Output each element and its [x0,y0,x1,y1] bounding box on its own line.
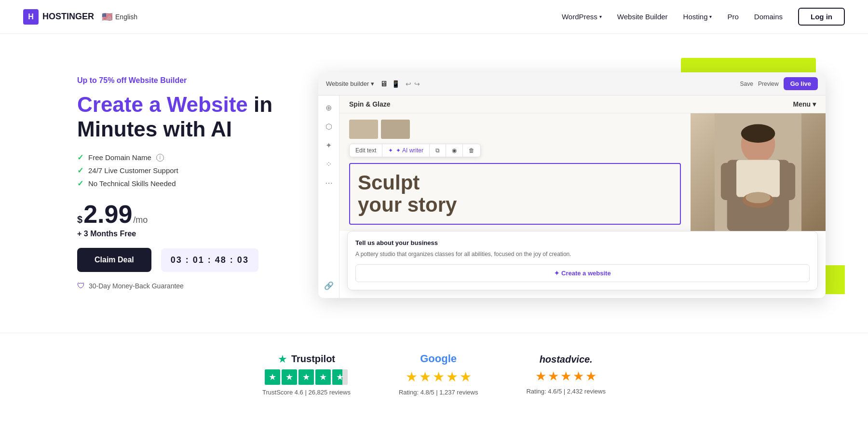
desktop-icon[interactable]: 🖥 [380,80,388,88]
browser-body: ⊕ ⬡ ✦ ⁘ ⋯ 🔗 Spin & Glaze Menu ▾ [318,95,826,298]
nav-link-domains[interactable]: Domains [754,13,783,21]
create-website-button[interactable]: ✦ Create a website [355,264,810,282]
thumb-2 [381,120,410,139]
more-icon[interactable]: ⋯ [325,178,333,188]
hero-right: Website builder ▾ 🖥 📱 ↩ ↪ Save Preview G… [318,58,845,309]
delete-icon[interactable]: 🗑 [463,144,480,157]
device-icons: 🖥 📱 [380,80,400,88]
browser-mockup: Website builder ▾ 🖥 📱 ↩ ↪ Save Preview G… [318,72,826,298]
trustpilot-logo: Trustpilot [291,353,335,365]
google-stars: ★ ★ ★ ★ ★ [406,369,472,385]
save-button[interactable]: Save [740,81,753,87]
website-hero: Edit text ✦ ✦ AI writer ⧉ ◉ 🗑 Sculptyour… [339,113,826,231]
sculpt-text-box[interactable]: Sculptyour story [349,163,681,225]
text-edit-toolbar: Edit text ✦ ✦ AI writer ⧉ ◉ 🗑 [349,144,481,157]
thumb-1 [349,120,378,139]
navbar: H HOSTINGER 🇺🇸 English WordPress ▾ Websi… [0,0,868,34]
ai-dialog-title: Tell us about your business [355,239,810,246]
ha-star-5: ★ [585,369,597,384]
ai-dialog: Tell us about your business A pottery st… [347,231,818,290]
sculpt-text: Sculptyour story [358,172,672,216]
trustpilot-star-icon: ★ [278,353,287,366]
ha-star-3: ★ [560,369,571,384]
reviews-section: ★ Trustpilot ★ ★ ★ ★ ★ TrustScore 4.6 | … [0,333,868,415]
price-section: $ 2.99 /mo + 3 Months Free [77,202,280,238]
grid-icon[interactable]: ⁘ [326,160,332,169]
ai-writer-tab[interactable]: ✦ ✦ AI writer [382,144,430,157]
browser-toolbar: Website builder ▾ 🖥 📱 ↩ ↪ Save Preview G… [318,72,826,95]
nav-link-wordpress[interactable]: WordPress ▾ [562,13,602,21]
ha-star-2: ★ [548,369,559,384]
ai-dialog-text: A pottery studio that organizes classes … [355,250,810,258]
nav-link-website-builder[interactable]: Website Builder [617,13,668,21]
chevron-down-icon: ▾ [813,100,816,108]
promo-label: Up to 75% off Website Builder [77,76,280,85]
person-illustration [691,113,826,231]
toolbar-right: Save Preview Go live [740,77,818,90]
trustpilot-brand: ★ Trustpilot [278,353,335,366]
star-2: ★ [282,369,297,385]
logo-text: HOSTINGER [42,12,94,22]
lang-label: English [115,13,137,21]
hostadvice-brand: hostadvice. [540,354,593,365]
star-3: ★ [298,369,314,385]
mobile-icon[interactable]: 📱 [392,80,400,88]
feature-2: ✓ 24/7 Live Customer Support [77,166,280,175]
trustpilot-stars: ★ ★ ★ ★ ★ [265,369,348,385]
google-score: Rating: 4.8/5 | 1,237 reviews [399,389,478,396]
svg-point-8 [746,192,770,203]
svg-rect-5 [721,163,736,200]
undo-icon[interactable]: ↩ [406,80,411,88]
preview-button[interactable]: Preview [758,81,779,87]
menu-label[interactable]: Menu ▾ [793,100,816,108]
g-star-3: ★ [433,369,445,385]
headline: Create a Website in Minutes with AI [77,93,280,141]
cta-row: Claim Deal 03 : 01 : 48 : 03 [77,248,280,272]
dollar-sign: $ [77,214,82,225]
free-months: + 3 Months Free [77,230,280,238]
price-row: $ 2.99 /mo [77,202,280,227]
hero-left: Up to 75% off Website Builder Create a W… [77,76,280,290]
trustpilot-score: TrustScore 4.6 | 26,825 reviews [262,389,351,396]
chevron-down-icon: ▾ [599,14,602,19]
nav-link-hosting[interactable]: Hosting ▾ [683,13,712,21]
nav-link-pro[interactable]: Pro [727,13,738,21]
chevron-down-icon: ▾ [709,14,712,19]
layers-icon[interactable]: ⬡ [326,122,332,131]
hostadvice-stars: ★ ★ ★ ★ ★ [535,369,597,384]
redo-icon[interactable]: ↪ [414,80,420,88]
link-icon[interactable]: 🔗 [324,281,334,290]
cursor-icon[interactable]: ⊕ [326,103,332,112]
site-name: Spin & Glaze [349,100,391,108]
price-value: 2.99 [83,202,132,227]
g-star-2: ★ [419,369,431,385]
ha-star-1: ★ [535,369,546,384]
guarantee-text: 🛡 30-Day Money-Back Guarantee [77,282,280,290]
edit-text-tab[interactable]: Edit text [350,144,382,157]
logo-icon: H [23,9,39,25]
star-4: ★ [315,369,331,385]
shield-icon: 🛡 [77,282,85,290]
svg-point-3 [741,124,775,143]
copy-icon[interactable]: ⧉ [430,144,446,157]
logo[interactable]: H HOSTINGER [23,9,94,25]
hero-photo [691,113,826,231]
claim-deal-button[interactable]: Claim Deal [77,248,151,272]
eye-icon[interactable]: ◉ [446,144,463,157]
info-icon[interactable]: i [156,154,164,162]
nav-links: WordPress ▾ Website Builder Hosting ▾ Pr… [562,8,845,26]
star-1: ★ [265,369,280,385]
flag-icon: 🇺🇸 [102,12,112,22]
magic-icon[interactable]: ✦ [326,141,332,150]
check-icon: ✓ [77,153,83,162]
ha-star-4: ★ [573,369,584,384]
login-button[interactable]: Log in [798,8,845,26]
feature-3: ✓ No Technical Skills Needed [77,179,280,188]
g-star-4: ★ [446,369,458,385]
feature-1: ✓ Free Domain Name i [77,153,280,162]
star-5-partial: ★ [332,369,348,385]
language-selector[interactable]: 🇺🇸 English [102,12,137,22]
hostadvice-score: Rating: 4.6/5 | 2,432 reviews [526,388,606,395]
chevron-down-icon: ▾ [371,80,374,87]
go-live-button[interactable]: Go live [784,77,818,90]
